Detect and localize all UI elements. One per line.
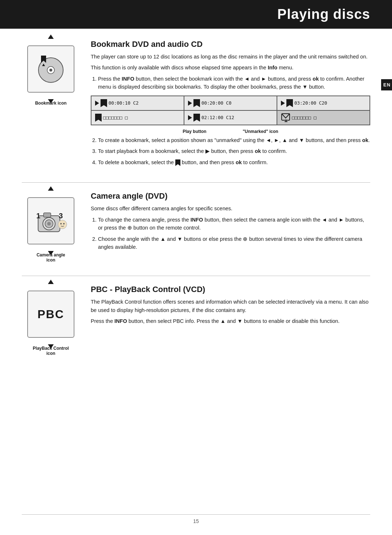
svg-text:3: 3 [59,212,63,220]
svg-point-2 [49,69,52,72]
pbc-section-title: PBC - PlayBack Control (VCD) [91,285,370,294]
arrow-down-icon [48,99,54,104]
bookmark-small-icon-3 [286,99,293,107]
bookmark-section-body: Bookmark DVD and audio CD The player can… [91,40,370,169]
camera-steps: To change the camera angle, press the IN… [91,216,370,251]
bm-cell-1: 00:00:10 C2 [91,96,184,110]
pbc-section: PBC PlayBack Control icon PBC - PlayBack… [22,285,370,356]
camera-section-body: Camera angle (DVD) Some discs offer diff… [91,191,370,263]
camera-step-2: Choose the angle with the ▲ and ▼ button… [98,235,370,251]
page-title: Playing discs [0,7,370,22]
language-badge: EN [381,79,392,90]
page-header: Playing discs [0,0,392,29]
pbc-icon-area: PBC PlayBack Control icon [22,285,80,356]
bookmark-section-title: Bookmark DVD and audio CD [91,40,370,49]
bookmark-svg [34,53,67,85]
bookmark-para-2: This function is only available with dis… [91,64,370,72]
camera-section-title: Camera angle (DVD) [91,191,370,201]
bm-cell-3-text: 03:20:00 C20 [294,100,327,106]
bm-cell-3: 03:20:00 C20 [277,96,370,110]
arrow-up-icon [48,35,54,39]
pbc-para-1: The PlayBack Control function offers sce… [91,298,370,314]
camera-angle-svg: 1 3 [33,206,69,236]
pbc-icon-box: PBC [27,291,74,338]
bookmark-small-icon-2 [193,99,200,107]
play-triangle-icon-5 [188,115,192,120]
bm-cell-2-text: 00:20:00 C0 [201,100,232,106]
svg-point-11 [47,222,51,226]
pbc-arrow-down [48,344,54,349]
bookmark-small-icon [101,99,107,107]
unmarked-icon-label: "Unmarked" icon [243,129,278,134]
play-button-label: Play button [183,129,206,134]
play-triangle-icon-2 [188,101,192,106]
bm-cell-4: □□□□□□□ □ [91,110,184,125]
camera-icon-area: 1 3 Camera angle icon [22,191,80,263]
play-triangle-icon [95,101,99,106]
section-divider-1 [22,182,370,183]
bookmark-step-4: To delete a bookmark, select the button,… [98,158,370,166]
bm-cell-1-text: 00:00:10 C2 [109,100,139,106]
svg-rect-12 [44,213,51,217]
camera-arrow-down [48,251,54,255]
page-number: 15 [193,518,199,524]
pbc-para-2: Press the INFO button, then select PBC i… [91,317,370,325]
camera-para-1: Some discs offer different camera angles… [91,204,370,212]
bookmark-step-2: To create a bookmark, select a position … [98,136,370,144]
bookmark-small-icon-4 [95,114,102,122]
bm-cell-4-text: □□□□□□□ □ [103,115,128,120]
bookmark-steps: Press the INFO button, then select the b… [91,75,370,91]
bookmark-step-1: Press the INFO button, then select the b… [98,75,370,91]
page-footer: 15 [22,514,370,524]
play-triangle-icon-3 [281,101,285,106]
bookmark-small-icon-5 [193,114,200,122]
section-divider-2 [22,276,370,276]
svg-marker-7 [175,159,180,166]
camera-section: 1 3 Camera angle icon Camer [22,191,370,263]
pbc-arrow-up [48,280,54,284]
svg-point-15 [58,220,67,229]
svg-point-17 [63,223,65,224]
bm-cell-5: 02:12:00 C12 [184,110,277,125]
bm-cell-6-text: □□□□□□□ □ [292,115,317,120]
bm-cell-5-text: 02:12:00 C12 [201,115,234,120]
pbc-section-body: PBC - PlayBack Control (VCD) The PlayBac… [91,285,370,356]
pbc-icon-text: PBC [37,308,64,321]
camera-step-1: To change the camera angle, press the IN… [98,216,370,232]
svg-point-16 [60,223,62,224]
bookmark-icon-area: Bookmark icon [22,40,80,169]
bookmark-section: Bookmark icon Bookmark DVD and audio CD … [22,40,370,169]
bm-cell-6-unmarked: □□□□□□□ □ [277,110,370,125]
bm-cell-2: 00:20:00 C0 [184,96,277,110]
bookmark-grid-labels: Play button "Unmarked" icon [91,129,370,134]
unmarked-icon [281,113,290,122]
camera-icon-box: 1 3 [27,197,74,244]
bookmark-grid: 00:00:10 C2 00:20:00 C0 03:20:00 C20 □□□… [91,96,370,125]
bookmark-step-3: To start playback from a bookmark, selec… [98,147,370,155]
bookmark-icon-box [27,45,74,93]
svg-text:1: 1 [36,212,40,220]
bookmark-para-1: The player can store up to 12 disc locat… [91,53,370,61]
camera-arrow-up [48,186,54,191]
bookmark-steps-2: To create a bookmark, select a position … [91,136,370,166]
